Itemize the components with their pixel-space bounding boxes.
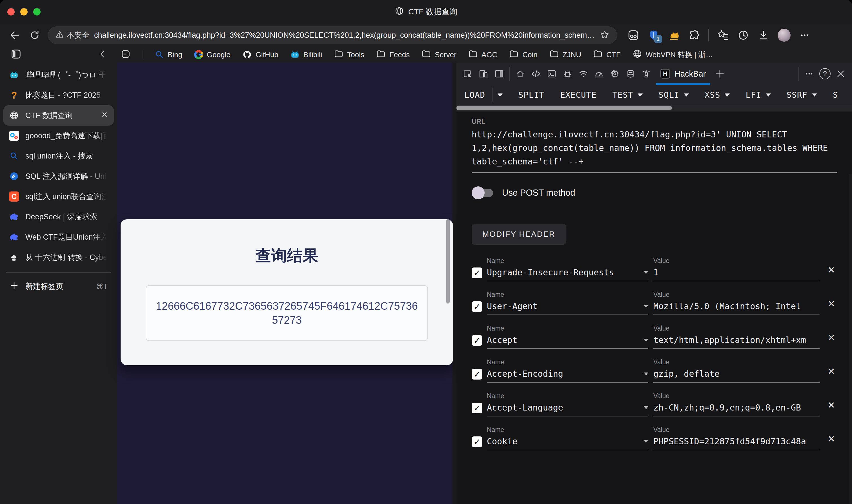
back-button[interactable] (6, 26, 24, 44)
devtools-menu-icon[interactable] (801, 65, 817, 83)
collapse-sidebar-icon[interactable] (98, 50, 106, 59)
tab-bilibili[interactable]: 哔哩哔哩 (゜-゜)つロ 干杯~ (3, 65, 114, 85)
add-tab-icon[interactable] (712, 65, 728, 83)
header-name-select[interactable]: Accept-Language (487, 403, 648, 416)
vertical-tabs-panel-icon[interactable] (11, 49, 21, 60)
close-window-button[interactable] (7, 8, 15, 16)
security-warning[interactable]: 不安全 (55, 30, 90, 40)
history-icon[interactable] (737, 29, 749, 41)
devtools-console-tab-icon[interactable] (544, 65, 559, 83)
devtools-network-tab-icon[interactable] (575, 65, 591, 83)
bookmark-google[interactable]: Google (194, 50, 230, 59)
delete-header-icon[interactable]: ✕ (828, 434, 835, 444)
tab-sql-injection-article[interactable]: SQL 注入漏洞详解 - Union (3, 166, 114, 186)
load-button[interactable]: LOAD (464, 88, 503, 102)
zoom-window-button[interactable] (33, 8, 40, 16)
page-scrollbar[interactable] (446, 219, 450, 304)
sqli-menu-button[interactable]: SQLI (658, 90, 689, 100)
tab-sql-union-search[interactable]: sql union注入 - 搜索 (3, 146, 114, 166)
test-menu-button[interactable]: TEST (612, 90, 643, 100)
refresh-button[interactable] (26, 26, 44, 44)
header-checkbox[interactable]: ✓ (472, 436, 482, 447)
downloads-icon[interactable] (757, 29, 770, 41)
bookmark-github[interactable]: GitHub (242, 50, 278, 59)
address-bar[interactable]: 不安全 challenge.ilovectf.cn:30434/flag.php… (48, 26, 617, 44)
header-value-input[interactable]: Mozilla/5.0 (Macintosh; Intel (654, 301, 820, 315)
delete-header-icon[interactable]: ✕ (828, 332, 835, 343)
bookmark-folder-zjnu[interactable]: ZJNU (550, 49, 581, 60)
header-name-select[interactable]: User-Agent (487, 301, 648, 315)
tab-deepseek[interactable]: DeepSeek | 深度求索 (3, 207, 114, 227)
header-checkbox[interactable]: ✓ (472, 268, 482, 278)
tab-cyberchef[interactable]: 从 十六进制 转换 - CyberC (3, 247, 114, 268)
header-value-input[interactable]: 1 (654, 268, 820, 281)
execute-button[interactable]: EXECUTE (560, 90, 596, 100)
bookmark-folder-server[interactable]: Server (421, 49, 456, 60)
header-name-select[interactable]: Cookie (487, 436, 648, 450)
header-checkbox[interactable]: ✓ (472, 369, 482, 380)
bookmark-folder-tools[interactable]: Tools (334, 49, 364, 60)
bookmark-folder-ctf[interactable]: CTF (593, 49, 621, 60)
tab-hackbar[interactable]: H HackBar (654, 62, 712, 85)
bookmark-bilibili[interactable]: Bilibili (290, 50, 322, 59)
header-checkbox[interactable]: ✓ (472, 403, 482, 413)
favorite-star-icon[interactable] (600, 30, 609, 40)
bookmark-webvpn[interactable]: WebVPN 转换 | 浙… (632, 49, 713, 60)
lfi-menu-button[interactable]: LFI (746, 90, 770, 100)
clipped-overflow-button[interactable]: S (833, 90, 838, 100)
extensions-puzzle-icon[interactable] (688, 29, 700, 41)
split-console-icon[interactable] (491, 65, 507, 83)
header-name-select[interactable]: Accept-Encoding (487, 369, 648, 383)
favorites-icon[interactable] (717, 29, 729, 41)
header-name-select[interactable]: Accept (487, 335, 648, 349)
minimize-window-button[interactable] (20, 8, 28, 16)
profile-avatar[interactable] (778, 29, 790, 42)
ssrf-menu-button[interactable]: SSRF (787, 90, 817, 100)
tab-deepseek-ctf[interactable]: Web CTF题目Union注入下 (3, 227, 114, 247)
devtools-memory-tab-icon[interactable] (607, 65, 623, 83)
bookmark-folder-coin[interactable]: Coin (509, 49, 537, 60)
toggle-knob[interactable] (472, 186, 485, 199)
devtools-inspector-tab-icon[interactable] (528, 65, 544, 83)
delete-header-icon[interactable]: ✕ (828, 265, 835, 275)
devtools-debugger-tab-icon[interactable] (559, 65, 575, 83)
devtools-close-icon[interactable] (833, 65, 849, 83)
devtools-home-tab-icon[interactable] (512, 65, 528, 83)
cat-extension-icon[interactable] (668, 29, 680, 41)
tab-baidu-download[interactable]: gooood_免费高速下载|百度 (3, 126, 114, 146)
devtools-vertical-scrollbar[interactable] (849, 174, 852, 504)
split-button[interactable]: SPLIT (518, 90, 544, 100)
header-checkbox[interactable]: ✓ (472, 301, 482, 312)
header-value-input[interactable]: text/html,application/xhtml+xm (654, 335, 820, 349)
responsive-design-icon[interactable] (475, 65, 491, 83)
header-value-input[interactable]: zh-CN,zh;q=0.9,en;q=0.8,en-GB (654, 403, 820, 416)
modify-header-button[interactable]: MODIFY HEADER (472, 224, 566, 245)
password-shield-extension-icon[interactable]: 1 (647, 29, 660, 41)
more-menu-icon[interactable] (798, 29, 811, 41)
post-method-toggle[interactable] (473, 188, 493, 197)
hackbar-horizontal-scrollbar[interactable] (456, 105, 852, 111)
devtools-performance-tab-icon[interactable] (591, 65, 607, 83)
bookmark-folder-agc[interactable]: AGC (468, 49, 497, 60)
devtools-storage-tab-icon[interactable] (623, 65, 639, 83)
tab-csdn-article[interactable]: C sql注入 union联合查询注入 (3, 186, 114, 207)
devtools-help-icon[interactable]: ? (817, 65, 833, 83)
header-name-select[interactable]: Upgrade-Insecure-Requests (487, 268, 648, 281)
xss-menu-button[interactable]: XSS (705, 90, 730, 100)
delete-header-icon[interactable]: ✕ (828, 400, 835, 411)
header-value-input[interactable]: gzip, deflate (654, 369, 820, 383)
pick-element-icon[interactable] (460, 65, 475, 83)
new-tab-button[interactable]: 新建标签页 ⌘T (3, 277, 114, 296)
close-tab-icon[interactable] (101, 111, 108, 120)
delete-header-icon[interactable]: ✕ (828, 366, 835, 377)
header-value-input[interactable]: PHPSESSID=212875fd54f9d713c48a (654, 436, 820, 450)
proxy-extension-icon[interactable] (627, 29, 640, 41)
bookmark-bing[interactable]: Bing (155, 50, 182, 59)
reading-list-icon[interactable] (121, 49, 131, 60)
header-checkbox[interactable]: ✓ (472, 335, 482, 346)
url-textarea[interactable]: http://challenge.ilovectf.cn:30434/flag.… (472, 128, 837, 168)
delete-header-icon[interactable]: ✕ (828, 299, 835, 309)
scrollbar-thumb[interactable] (456, 106, 672, 110)
tab-ctf-query-active[interactable]: CTF 数据查询 (3, 105, 114, 126)
bookmark-folder-feeds[interactable]: Feeds (376, 49, 410, 60)
